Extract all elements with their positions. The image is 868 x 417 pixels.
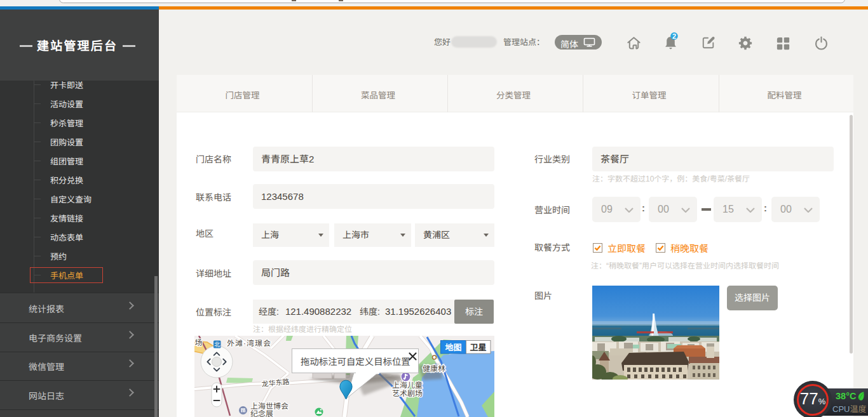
svg-text:上海儿童: 上海儿童 <box>392 381 423 390</box>
svg-text:2: 2 <box>672 32 676 40</box>
svg-text:场: 场 <box>195 338 203 347</box>
svg-text:北: 北 <box>214 341 220 348</box>
svg-text:艺术剧场: 艺术剧场 <box>392 389 423 398</box>
svg-text:拖动标注可自定义目标位置: 拖动标注可自定义目标位置 <box>301 357 410 367</box>
svg-text:健康林: 健康林 <box>423 364 445 373</box>
svg-text:外滩·湾璟会: 外滩·湾璟会 <box>227 339 271 348</box>
svg-text:卫星: 卫星 <box>470 343 486 352</box>
svg-text:纪念展: 纪念展 <box>250 409 273 417</box>
svg-text:地图: 地图 <box>445 343 461 352</box>
